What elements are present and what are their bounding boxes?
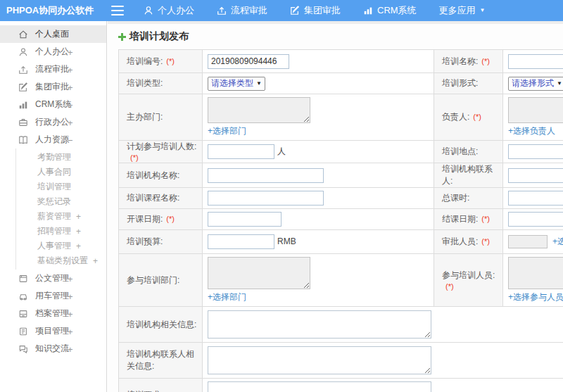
host-department-textarea[interactable]: [208, 97, 310, 123]
select-department-link[interactable]: +选择部门: [208, 125, 246, 137]
training-number-input[interactable]: [208, 54, 289, 69]
form-row: 培训机构相关信息:: [119, 307, 563, 343]
expand-plus-icon[interactable]: +: [76, 241, 81, 251]
sidebar-item-label: CRM系统: [35, 99, 71, 110]
expand-plus-icon[interactable]: +: [76, 227, 81, 236]
sidebar-item-personal-desktop[interactable]: 个人桌面: [0, 25, 106, 43]
training-name-input[interactable]: [508, 54, 563, 69]
field-label: 培训名称:: [442, 56, 478, 66]
expand-plus-icon[interactable]: +: [68, 99, 73, 110]
home-icon: [18, 29, 29, 39]
form-row: 计划参与培训人数:(*) 人 培训地点:: [119, 141, 563, 163]
topnav-more-apps[interactable]: 更多应用 ▼: [439, 4, 486, 17]
sidebar-item-archive-management[interactable]: 档案管理 +: [0, 305, 106, 322]
sidebar-item-label: 集团审批: [35, 81, 69, 93]
sidebar-item-document-management[interactable]: 公文管理 +: [0, 270, 106, 287]
topnav-label: CRM系统: [377, 4, 417, 17]
sidebar-subitem-base-category[interactable]: 基础类别设置 +: [16, 253, 106, 268]
sidebar-subitem-personnel[interactable]: 人事管理 +: [16, 239, 106, 253]
required-mark: (*): [481, 237, 490, 246]
briefcase-icon: [18, 117, 29, 127]
org-name-input[interactable]: [208, 168, 324, 183]
sidebar-subitem-label: 考勤管理: [37, 151, 71, 163]
collapse-minus-icon[interactable]: −: [68, 134, 73, 145]
select-department-link[interactable]: +选择部门: [208, 291, 246, 303]
sidebar-subitem-training[interactable]: 培训管理: [16, 179, 106, 194]
training-mode-select[interactable]: 请选择形式▼: [508, 77, 563, 91]
sidebar-item-group-approval[interactable]: 集团审批 +: [0, 78, 106, 96]
sidebar-item-knowledge-exchange[interactable]: 知识交流 +: [0, 340, 106, 358]
caret-down-icon: ▼: [557, 80, 562, 87]
expand-plus-icon[interactable]: +: [68, 308, 73, 319]
bar-chart-icon: [18, 99, 29, 110]
org-info-textarea[interactable]: [208, 310, 431, 339]
sidebar-subitem-label: 人事合同: [37, 166, 71, 178]
sidebar-item-personal-office[interactable]: 个人办公 +: [0, 43, 106, 61]
expand-plus-icon[interactable]: +: [68, 343, 73, 354]
requirements-textarea[interactable]: [208, 381, 431, 392]
budget-input[interactable]: [208, 234, 274, 249]
select-join-people-link[interactable]: +选择参与人员: [508, 291, 563, 303]
select-leader-link[interactable]: +选择负责人: [508, 125, 555, 137]
field-label: 培训编号:: [127, 56, 163, 66]
expand-plus-icon[interactable]: +: [68, 326, 73, 336]
sidebar-subitem-reward-record[interactable]: 奖惩记录: [16, 194, 106, 209]
expand-plus-icon[interactable]: +: [76, 212, 81, 222]
topnav-group-approval[interactable]: 集团审批: [290, 4, 341, 17]
topnav-label: 流程审批: [231, 4, 267, 17]
planned-count-input[interactable]: [208, 144, 274, 159]
expand-plus-icon[interactable]: +: [68, 117, 73, 127]
field-label: 培训要求:: [127, 390, 163, 392]
total-hours-input[interactable]: [508, 191, 563, 206]
book-icon: [18, 134, 29, 145]
required-mark: (*): [445, 282, 454, 291]
sidebar-item-vehicle-management[interactable]: 用车管理 +: [0, 287, 106, 305]
expand-plus-icon[interactable]: +: [68, 64, 73, 75]
sidebar-item-project-management[interactable]: 项目管理 +: [0, 322, 106, 340]
sidebar-subitem-hr-contract[interactable]: 人事合同: [16, 165, 106, 179]
join-department-textarea[interactable]: [208, 257, 310, 289]
join-people-textarea[interactable]: [508, 257, 563, 289]
sidebar-item-label: 项目管理: [35, 325, 69, 337]
training-plan-form: 培训编号:(*) 培训名称:(*) 培训类型: 请选择类型▼ 培训形式: 请选择…: [118, 49, 563, 392]
field-label: 培训形式:: [442, 78, 478, 88]
approver-box[interactable]: [508, 235, 548, 248]
expand-plus-icon[interactable]: +: [68, 291, 73, 301]
topnav-workflow-approval[interactable]: 流程审批: [217, 4, 267, 17]
sidebar-item-label: 个人桌面: [35, 28, 69, 40]
end-date-input[interactable]: [508, 212, 563, 227]
user-icon: [144, 6, 153, 15]
sidebar-item-label: 档案管理: [35, 308, 69, 320]
sidebar-subitem-salary[interactable]: 薪资管理 +: [16, 209, 106, 224]
org-contact-info-textarea[interactable]: [208, 346, 431, 374]
course-name-input[interactable]: [208, 191, 324, 206]
expand-plus-icon[interactable]: +: [68, 46, 73, 57]
form-row: 培训课程名称: 总课时:: [119, 188, 563, 209]
hamburger-menu-icon[interactable]: [111, 6, 124, 15]
sidebar-item-label: 行政办公: [35, 116, 69, 128]
sidebar-item-admin-office[interactable]: 行政办公 +: [0, 113, 106, 131]
form-row: 培训机构名称: 培训机构联系人:: [119, 163, 563, 188]
topnav-personal-office[interactable]: 个人办公: [144, 4, 194, 17]
unit-suffix: RMB: [277, 236, 296, 246]
expand-plus-icon[interactable]: +: [68, 273, 73, 284]
sidebar-item-human-resources[interactable]: 人力资源 −: [0, 131, 106, 148]
sidebar-subitem-recruitment[interactable]: 招聘管理 +: [16, 224, 106, 239]
location-input[interactable]: [508, 144, 563, 159]
sidebar-item-crm-system[interactable]: CRM系统 +: [0, 96, 106, 113]
sidebar-subitem-attendance[interactable]: 考勤管理: [16, 150, 106, 165]
caret-down-icon: ▼: [256, 80, 262, 87]
topnav-crm-system[interactable]: CRM系统: [363, 4, 417, 17]
application-window: PHPOA协同办公软件 个人办公 流程审批 集团审批: [0, 0, 563, 392]
bar-chart-icon: [363, 6, 373, 15]
select-approver-link[interactable]: +选择审批人员: [552, 236, 563, 248]
training-type-select[interactable]: 请选择类型▼: [208, 77, 265, 91]
leader-textarea[interactable]: [508, 97, 563, 123]
sidebar-item-workflow-approval[interactable]: 流程审批 +: [0, 61, 106, 78]
expand-plus-icon[interactable]: +: [93, 256, 98, 266]
expand-plus-icon[interactable]: +: [68, 82, 73, 92]
add-plus-icon: [118, 33, 126, 41]
start-date-input[interactable]: [208, 212, 282, 227]
workflow-icon: [217, 6, 227, 15]
org-contact-input[interactable]: [508, 168, 563, 183]
